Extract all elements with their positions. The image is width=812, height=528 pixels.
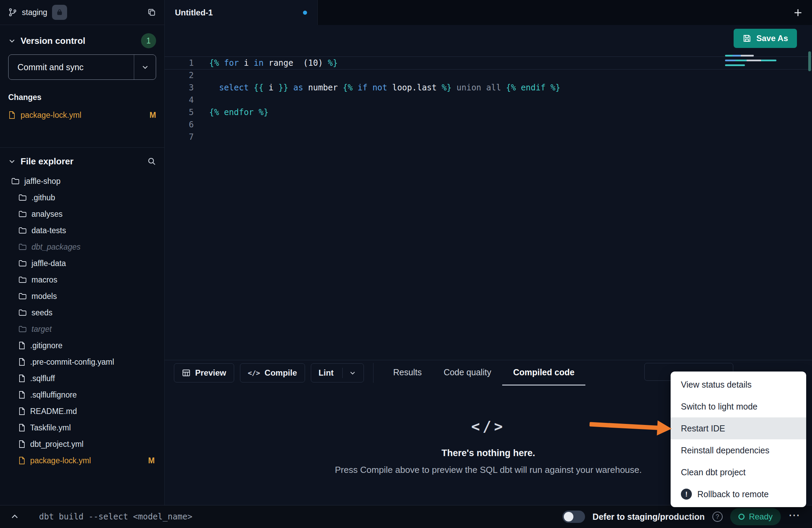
file-tree-label: data-tests — [31, 226, 66, 235]
menu-item-view-status-details[interactable]: View status details — [671, 374, 806, 395]
code-text: {% for i in range (10) %} — [209, 57, 338, 69]
version-control-header[interactable]: Version control 1 — [0, 33, 164, 49]
preview-button[interactable]: Preview — [174, 363, 234, 382]
new-tab-button[interactable] — [793, 8, 803, 18]
editor-tabbar: Untitled-1 — [165, 0, 812, 25]
chevron-up-icon[interactable] — [10, 512, 19, 521]
folder-icon — [18, 243, 27, 251]
branch-name: staging — [22, 8, 47, 17]
file-tree-item-analyses[interactable]: analyses — [0, 206, 164, 222]
file-tree-label: package-lock.yml — [30, 456, 91, 465]
file-icon — [18, 374, 25, 382]
chevron-down-icon — [8, 37, 16, 45]
line-number: 7 — [165, 131, 209, 143]
changed-file-package-lock[interactable]: package-lock.yml M — [0, 107, 164, 123]
file-tree-item-.sqlfluffignore[interactable]: .sqlfluffignore — [0, 387, 164, 403]
file-tree-item-.sqlfluff[interactable]: .sqlfluff — [0, 370, 164, 387]
folder-icon — [18, 260, 27, 267]
file-tree-label: .sqlfluffignore — [30, 390, 77, 400]
empty-state-subtitle: Press Compile above to preview the SQL d… — [335, 465, 642, 475]
git-branch-icon — [8, 8, 17, 17]
file-tree-item-package-lock.yml[interactable]: package-lock.ymlM — [0, 452, 164, 469]
code-line-3: 3 select {{ i }} as number {% if not loo… — [165, 81, 812, 94]
menu-item-rollback-to-remote[interactable]: !Rollback to remote — [671, 483, 806, 505]
toolbar-divider — [373, 363, 373, 383]
menu-item-switch-to-light-mode[interactable]: Switch to light mode — [671, 395, 806, 417]
file-tree-item-data-tests[interactable]: data-tests — [0, 222, 164, 239]
file-tree-item-models[interactable]: models — [0, 288, 164, 304]
code-lines: 1{% for i in range (10) %}23 select {{ i… — [165, 51, 812, 143]
modified-badge: M — [148, 456, 155, 465]
code-line-7: 7 — [165, 131, 812, 143]
file-tree-label: models — [31, 292, 57, 301]
file-tree-item-jaffle-data[interactable]: jaffle-data — [0, 255, 164, 272]
file-tree-item-.github[interactable]: .github — [0, 189, 164, 206]
overflow-menu-icon[interactable]: ⋯ — [788, 509, 801, 524]
copy-branch-icon[interactable] — [147, 8, 156, 17]
folder-icon — [18, 210, 27, 218]
code-editor[interactable]: 1{% for i in range (10) %}23 select {{ i… — [165, 51, 812, 360]
code-line-2: 2 — [165, 69, 812, 81]
file-explorer-panel: File explorer jaffle-shop.githubanalyses… — [0, 147, 164, 469]
folder-icon — [18, 309, 27, 316]
table-icon — [182, 368, 191, 377]
folder-icon — [18, 292, 27, 300]
file-tree-label: seeds — [31, 308, 52, 317]
menu-item-label: Restart IDE — [681, 424, 725, 433]
file-tree-label: dbt_project.yml — [30, 440, 84, 449]
file-tree-item-macros[interactable]: macros — [0, 272, 164, 288]
file-tree-item-README.md[interactable]: README.md — [0, 403, 164, 419]
chevron-down-icon — [349, 369, 356, 376]
lint-button[interactable]: Lint — [311, 363, 364, 382]
modified-badge: M — [150, 111, 156, 120]
file-tree-item-jaffle-shop[interactable]: jaffle-shop — [0, 173, 164, 189]
lint-label: Lint — [319, 368, 334, 378]
menu-item-label: Reinstall dependencies — [681, 445, 770, 455]
line-number: 4 — [165, 94, 209, 106]
file-tree-item-.gitignore[interactable]: .gitignore — [0, 337, 164, 354]
file-tree: jaffle-shop.githubanalysesdata-testsdbt_… — [0, 173, 164, 469]
file-tree-label: .github — [31, 193, 55, 202]
folder-icon — [18, 194, 27, 201]
file-tree-label: jaffle-shop — [24, 177, 61, 186]
search-icon[interactable] — [147, 157, 156, 166]
tab-code-quality[interactable]: Code quality — [433, 360, 502, 386]
line-number: 1 — [165, 57, 209, 69]
defer-toggle[interactable] — [562, 511, 585, 523]
help-icon[interactable]: ? — [712, 512, 723, 522]
file-tree-item-dbt_project.yml[interactable]: dbt_project.yml — [0, 436, 164, 452]
folder-icon — [18, 227, 27, 234]
file-tree-label: analyses — [31, 210, 63, 219]
menu-item-reinstall-dependencies[interactable]: Reinstall dependencies — [671, 439, 806, 461]
code-line-5: 5{% endfor %} — [165, 106, 812, 118]
compile-button[interactable]: </> Compile — [240, 363, 305, 382]
file-tree-item-Taskfile.yml[interactable]: Taskfile.yml — [0, 419, 164, 436]
tab-untitled-1[interactable]: Untitled-1 — [165, 0, 318, 25]
file-tree-label: target — [31, 325, 52, 334]
file-tree-item-seeds[interactable]: seeds — [0, 304, 164, 321]
branch-lock-pill — [52, 5, 67, 20]
file-tree-item-target[interactable]: target — [0, 321, 164, 337]
tab-compiled-code[interactable]: Compiled code — [502, 360, 585, 386]
tab-results[interactable]: Results — [382, 360, 433, 386]
branch-bar: staging — [0, 0, 164, 25]
file-icon — [18, 424, 25, 432]
menu-item-clean-dbt-project[interactable]: Clean dbt project — [671, 461, 806, 483]
result-tabs: ResultsCode qualityCompiled code — [382, 360, 586, 386]
file-tree-item-dbt_packages[interactable]: dbt_packages — [0, 239, 164, 255]
save-as-button[interactable]: Save As — [734, 29, 797, 48]
line-number: 5 — [165, 106, 209, 118]
commit-and-sync-button[interactable]: Commit and sync — [8, 54, 156, 80]
menu-item-label: View status details — [681, 380, 752, 390]
file-icon — [8, 111, 16, 119]
editor-scrollbar[interactable] — [808, 51, 811, 71]
tab-title: Untitled-1 — [175, 8, 213, 17]
commit-options-dropdown[interactable] — [134, 55, 156, 79]
file-icon — [18, 440, 25, 448]
code-placeholder-icon: </> — [471, 418, 506, 435]
file-tree-item-.pre-commit-config.yaml[interactable]: .pre-commit-config.yaml — [0, 354, 164, 370]
command-input[interactable]: dbt build --select <model_name> — [39, 512, 192, 521]
menu-item-restart-ide[interactable]: Restart IDE — [671, 417, 806, 439]
file-explorer-header[interactable]: File explorer — [0, 153, 164, 169]
version-control-title: Version control — [21, 36, 85, 46]
